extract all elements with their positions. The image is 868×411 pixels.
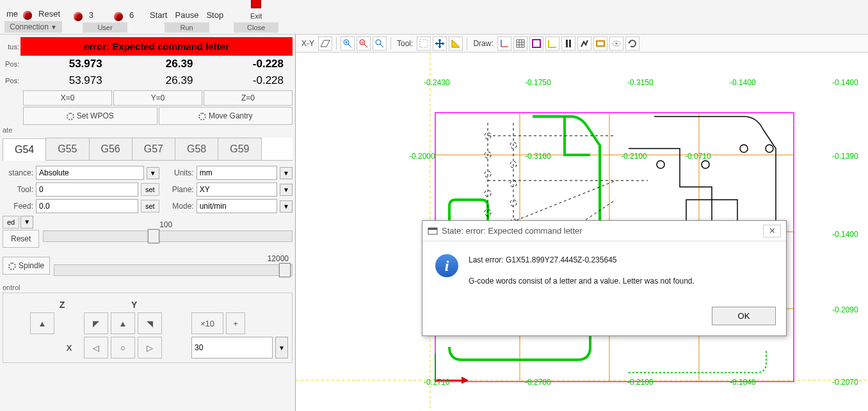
svg-line-5 bbox=[364, 44, 367, 47]
error-dialog: State: error: Expected command letter ✕ … bbox=[422, 220, 787, 336]
svg-rect-15 bbox=[597, 41, 604, 46]
xy-view-label[interactable]: X-Y bbox=[300, 39, 316, 48]
mpos-label: Pos: bbox=[3, 60, 20, 68]
home-button[interactable]: me bbox=[4, 8, 20, 20]
coord-5: -0.1400 bbox=[832, 78, 858, 87]
coord-4: -0.1400 bbox=[730, 78, 756, 87]
tab-g56[interactable]: G56 bbox=[89, 138, 133, 160]
zoom-fit-icon[interactable] bbox=[373, 36, 387, 51]
status-label: tus: bbox=[3, 43, 20, 51]
draw-axes-icon[interactable] bbox=[497, 36, 511, 51]
coord-7: -0.3160 bbox=[525, 152, 551, 161]
speed-slider[interactable] bbox=[43, 230, 293, 242]
state-section-label: ate bbox=[3, 126, 293, 134]
svg-point-29 bbox=[740, 145, 748, 152]
jog-6-button[interactable]: 6 bbox=[127, 9, 136, 21]
exit-icon[interactable] bbox=[251, 0, 261, 8]
zero-y-button[interactable]: Y=0 bbox=[113, 90, 202, 106]
tool-input[interactable] bbox=[36, 182, 138, 197]
move-gantry-button[interactable]: Move Gantry bbox=[159, 107, 293, 125]
canvas-toolbar: X-Y Tool: Draw: bbox=[296, 35, 868, 52]
distance-select[interactable]: Absolute bbox=[36, 166, 144, 180]
jog-3-button[interactable]: 3 bbox=[86, 9, 96, 21]
plane-dropdown-icon[interactable]: ▼ bbox=[280, 184, 293, 196]
connection-group-label[interactable]: Connection ▼ bbox=[4, 21, 62, 33]
step-plus-button[interactable]: + bbox=[226, 312, 245, 334]
close-group-label: Close bbox=[234, 22, 278, 33]
tab-g54[interactable]: G54 bbox=[3, 138, 46, 161]
y-up-right-button[interactable]: ◥ bbox=[138, 312, 162, 334]
mode-dropdown-icon[interactable]: ▼ bbox=[280, 200, 293, 213]
draw-eye-icon[interactable] bbox=[609, 36, 623, 51]
set-wpos-button[interactable]: Set WPOS bbox=[23, 107, 157, 125]
feed-input[interactable] bbox=[36, 199, 138, 213]
perspective-icon[interactable] bbox=[318, 36, 332, 51]
y-up-left-button[interactable]: ◤ bbox=[84, 312, 108, 334]
feed-set-button[interactable]: set bbox=[141, 200, 159, 213]
pause-button[interactable]: Pause bbox=[173, 9, 202, 21]
draw-bounds-icon[interactable] bbox=[529, 36, 543, 51]
units-dropdown-icon[interactable]: ▼ bbox=[280, 167, 293, 179]
draw-label: Draw: bbox=[471, 39, 495, 48]
zero-x-button[interactable]: X=0 bbox=[23, 90, 112, 106]
wpos-z: -0.228 bbox=[202, 74, 293, 87]
tool-measure-icon[interactable] bbox=[449, 36, 463, 51]
tab-g55[interactable]: G55 bbox=[45, 138, 89, 160]
svg-rect-9 bbox=[420, 40, 428, 47]
zero-z-button[interactable]: Z=0 bbox=[204, 90, 293, 106]
tool-set-button[interactable]: set bbox=[141, 183, 159, 196]
distance-dropdown-icon[interactable]: ▼ bbox=[147, 167, 159, 179]
draw-layers-icon[interactable] bbox=[561, 36, 575, 51]
tab-g59[interactable]: G59 bbox=[218, 138, 261, 160]
coord-11: -0.1400 bbox=[832, 230, 858, 239]
x-left-button[interactable]: ◁ bbox=[84, 337, 108, 359]
spindle-button[interactable]: Spindle bbox=[3, 257, 50, 275]
mode-select[interactable]: unit/min bbox=[197, 199, 277, 213]
zoom-in-icon[interactable] bbox=[341, 36, 355, 51]
exit-button[interactable]: Exit bbox=[248, 11, 264, 21]
draw-refresh-icon[interactable] bbox=[625, 36, 639, 51]
info-icon: i bbox=[435, 254, 458, 277]
stop-button[interactable]: Stop bbox=[204, 9, 226, 21]
step-dropdown-icon[interactable]: ▼ bbox=[275, 337, 288, 359]
svg-rect-12 bbox=[533, 40, 540, 47]
mpos-z: -0.228 bbox=[202, 58, 293, 70]
svg-point-17 bbox=[615, 42, 618, 45]
units-select[interactable]: mm bbox=[197, 166, 277, 180]
y-up-button[interactable]: ▲ bbox=[111, 312, 135, 334]
dialog-line1: Last error: G1X51.899Y27.4445Z-0.235645 bbox=[469, 254, 695, 266]
speed-reset-button[interactable]: Reset bbox=[3, 230, 39, 248]
distance-label: stance: bbox=[3, 168, 33, 177]
z-up-button[interactable]: ▲ bbox=[30, 312, 54, 334]
x-right-button[interactable]: ▷ bbox=[138, 337, 162, 359]
dialog-ok-button[interactable]: OK bbox=[712, 307, 776, 325]
jog-3-icon bbox=[74, 12, 83, 21]
zoom-out-icon[interactable] bbox=[357, 36, 371, 51]
mode-label: Mode: bbox=[163, 202, 194, 211]
spindle-slider[interactable] bbox=[54, 264, 293, 276]
z-axis-label: Z bbox=[60, 300, 65, 310]
units-label: Units: bbox=[163, 168, 194, 177]
step-size-input[interactable] bbox=[191, 337, 273, 359]
draw-origin-icon[interactable] bbox=[545, 36, 559, 51]
coord-10: -0.1390 bbox=[832, 152, 858, 161]
coord-8: -0.2100 bbox=[621, 152, 647, 161]
tab-g58[interactable]: G58 bbox=[175, 138, 218, 160]
x-axis-label: X bbox=[57, 337, 81, 359]
plane-select[interactable]: XY bbox=[197, 182, 277, 197]
step-mult-button[interactable]: ×10 bbox=[191, 312, 223, 334]
speed-dropdown-icon[interactable]: ▼ bbox=[20, 216, 33, 229]
start-button[interactable]: Start bbox=[147, 9, 170, 21]
tab-g57[interactable]: G57 bbox=[132, 138, 175, 160]
draw-grid-icon[interactable] bbox=[513, 36, 527, 51]
draw-rapids-icon[interactable] bbox=[577, 36, 591, 51]
user-group-label: User bbox=[83, 22, 127, 33]
tool-select-icon[interactable] bbox=[417, 36, 431, 51]
dialog-close-button[interactable]: ✕ bbox=[763, 225, 781, 238]
tool-pan-icon[interactable] bbox=[433, 36, 447, 51]
center-button[interactable]: ○ bbox=[111, 337, 135, 359]
svg-rect-13 bbox=[566, 40, 568, 47]
draw-rect-icon[interactable] bbox=[593, 36, 607, 51]
coord-6: -0.2000 bbox=[409, 152, 435, 161]
reset-button[interactable]: Reset bbox=[36, 8, 63, 20]
